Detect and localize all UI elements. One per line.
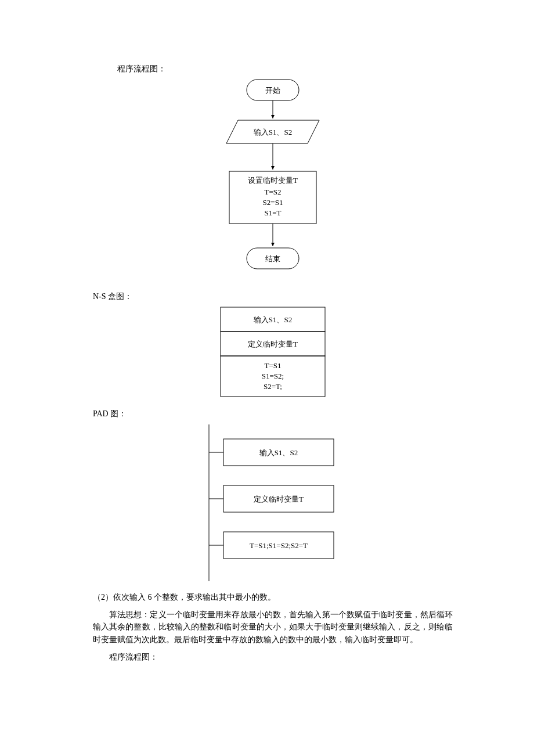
flowchart-diagram: 开始 输入S1、S2 设置临时变量T T=S2 S2=S1 S1=T 结束 <box>93 77 453 288</box>
ns-row3-l2: S1=S2; <box>262 372 284 380</box>
heading-flowchart-2: 程序流程图： <box>93 651 453 664</box>
flow-proc-l2: T=S2 <box>264 188 281 196</box>
pad-row3: T=S1;S1=S2;S2=T <box>250 541 308 550</box>
flow-proc-l4: S1=T <box>264 208 281 217</box>
flow-end: 结束 <box>265 254 280 263</box>
flow-proc-l3: S2=S1 <box>263 198 283 207</box>
pad-row2: 定义临时变量T <box>254 495 304 503</box>
q2-prompt: （2）依次输入 6 个整数，要求输出其中最小的数。 <box>93 591 453 604</box>
ns-row3-l3: S2=T; <box>264 382 282 391</box>
flow-proc-l1: 设置临时变量T <box>248 176 298 185</box>
pad-diagram: 输入S1、S2 定义临时变量T T=S1;S1=S2;S2=T <box>93 422 453 586</box>
ns-row3-l1: T=S1 <box>264 361 281 370</box>
heading-pad: PAD 图： <box>93 409 453 419</box>
nsbox-diagram: 输入S1、S2 定义临时变量T T=S1 S1=S2; S2=T; <box>93 304 453 405</box>
pad-row1: 输入S1、S2 <box>259 448 298 457</box>
heading-nsbox: N-S 盒图： <box>93 291 453 302</box>
ns-row1: 输入S1、S2 <box>254 315 292 324</box>
heading-flowchart: 程序流程图： <box>117 64 453 74</box>
ns-row2: 定义临时变量T <box>248 340 298 348</box>
flow-input: 输入S1、S2 <box>254 128 292 136</box>
q2-algorithm: 算法思想：定义一个临时变量用来存放最小的数，首先输入第一个数赋值于临时变量，然后… <box>93 609 453 646</box>
flow-start: 开始 <box>265 86 280 95</box>
